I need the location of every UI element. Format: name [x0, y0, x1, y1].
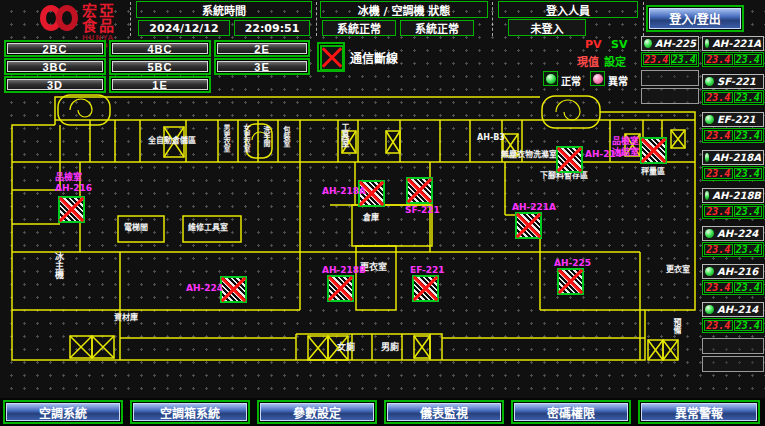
fan-icon[interactable]	[220, 276, 247, 303]
status-lamp-icon	[705, 191, 709, 200]
room-label: 倉庫	[363, 213, 379, 222]
room-label: 維修工具室	[188, 223, 228, 232]
nav-meter-monitor-button[interactable]: 儀表監視	[387, 403, 501, 421]
fan-label: AH-224	[186, 283, 223, 293]
bottom-nav: 空調系統 空調箱系統 參數設定 儀表監視 密碼權限 異常警報	[0, 398, 765, 426]
empty-panel	[641, 70, 699, 86]
ahu-unit-name[interactable]: AH-216	[702, 264, 764, 279]
fan-icon[interactable]	[515, 212, 542, 239]
ahu-unit-values: 23.4 23.4	[702, 90, 764, 105]
room-label: 洗手間	[261, 126, 270, 147]
room-label: 工具室	[340, 123, 349, 147]
fan-icon[interactable]	[406, 177, 433, 204]
room-label: 預備	[672, 318, 681, 334]
fan-label: AH-218B	[322, 265, 366, 275]
ahu-unit-name[interactable]: AH-224	[702, 226, 764, 241]
pv-value: 23.4	[704, 130, 733, 141]
pv-value: 23.4	[704, 244, 733, 255]
fan-label: AH-225	[554, 258, 591, 268]
room-label: 女廁	[337, 343, 355, 352]
screen: 宏亞食品 HUNYA FOODS 系統時間 2024/12/12 22:09:5…	[0, 0, 765, 426]
sv-value: 23.4	[734, 206, 763, 217]
pv-value: 23.4	[704, 320, 733, 331]
pv-value: 23.4	[704, 168, 733, 179]
status-lamp-icon	[705, 229, 714, 238]
fan-label: EF-221	[410, 265, 445, 275]
nav-parameter-settings-button[interactable]: 參數設定	[260, 403, 374, 421]
fan-icon[interactable]	[557, 268, 584, 295]
room-label: 秤量區	[641, 167, 665, 176]
ahu-unit-name[interactable]: AH-214	[702, 302, 764, 317]
ahu-unit-name[interactable]: EF-221	[702, 112, 764, 127]
status-lamp-icon	[705, 153, 709, 162]
pv-value: 23.4	[704, 206, 733, 217]
empty-panel	[702, 356, 764, 372]
fan-icon[interactable]	[640, 137, 667, 164]
ahu-unit-name[interactable]: AH-218B	[702, 188, 764, 203]
pv-value: 23.4	[704, 92, 733, 103]
fan-room-label: 品檢室	[612, 136, 639, 146]
ahu-unit-name[interactable]: AH-225	[641, 36, 699, 51]
sv-value: 23.4	[671, 54, 698, 65]
nav-ahu-system-button[interactable]: 空調箱系統	[133, 403, 247, 421]
pv-value: 23.4	[704, 282, 733, 293]
room-label: 無塵衣物洗滌室	[501, 150, 557, 159]
empty-panel	[641, 88, 699, 104]
room-label: 電梯間	[124, 223, 148, 232]
room-label: 更衣室	[666, 265, 690, 274]
pv-value: 23.4	[643, 54, 670, 65]
fan-label: AH-218A	[322, 186, 366, 196]
fan-room-label: 品檢室	[55, 172, 82, 182]
status-lamp-icon	[705, 267, 714, 276]
sv-value: 23.4	[734, 130, 763, 141]
status-lamp-icon	[644, 39, 652, 48]
room-label: 包裝室	[281, 126, 290, 147]
ahu-unit-values: 23.4 23.4	[702, 52, 764, 67]
sv-value: 23.4	[734, 92, 763, 103]
room-label: 全自動倉儲區	[148, 136, 196, 145]
ahu-unit-values: 23.4 23.4	[702, 318, 764, 333]
sv-value: 23.4	[734, 54, 763, 65]
sv-value: 23.4	[734, 244, 763, 255]
nav-alarm-button[interactable]: 異常警報	[641, 403, 757, 421]
fan-icon[interactable]	[58, 196, 85, 223]
room-label: 冰主機	[54, 252, 63, 279]
status-lamp-icon	[705, 39, 709, 48]
nav-password-authority-button[interactable]: 密碼權限	[514, 403, 628, 421]
pv-value: 23.4	[704, 54, 733, 65]
ahu-unit-values: 23.4 23.4	[702, 128, 764, 143]
fan-label: SF-221	[405, 205, 440, 215]
ahu-unit-values: 23.4 23.4	[641, 52, 699, 67]
fan-label: AH-216	[55, 183, 92, 193]
room-label: 男廁	[381, 343, 399, 352]
empty-panel	[702, 338, 764, 354]
room-label: 資材庫	[114, 313, 138, 322]
sv-value: 23.4	[734, 282, 763, 293]
status-lamp-icon	[705, 77, 714, 86]
room-label: AH-B3	[477, 133, 505, 142]
ahu-unit-values: 23.4 23.4	[702, 242, 764, 257]
ahu-unit-values: 23.4 23.4	[702, 204, 764, 219]
fan-label: 冰結室	[612, 147, 639, 157]
sv-value: 23.4	[734, 168, 763, 179]
status-lamp-icon	[705, 115, 714, 124]
ahu-unit-name[interactable]: SF-221	[702, 74, 764, 89]
ahu-unit-values: 23.4 23.4	[702, 166, 764, 181]
room-label: 女更衣室	[241, 124, 250, 152]
sv-value: 23.4	[734, 320, 763, 331]
ahu-unit-values: 23.4 23.4	[702, 280, 764, 295]
fan-icon[interactable]	[412, 275, 439, 302]
nav-air-conditioning-button[interactable]: 空調系統	[6, 403, 120, 421]
fan-label: AH-221A	[512, 202, 556, 212]
ahu-unit-name[interactable]: AH-218A	[702, 150, 764, 165]
fan-icon[interactable]	[556, 146, 583, 173]
room-label: 男更衣室	[221, 124, 230, 152]
ahu-unit-name[interactable]: AH-221A	[702, 36, 764, 51]
fan-icon[interactable]	[327, 275, 354, 302]
status-lamp-icon	[705, 305, 714, 314]
